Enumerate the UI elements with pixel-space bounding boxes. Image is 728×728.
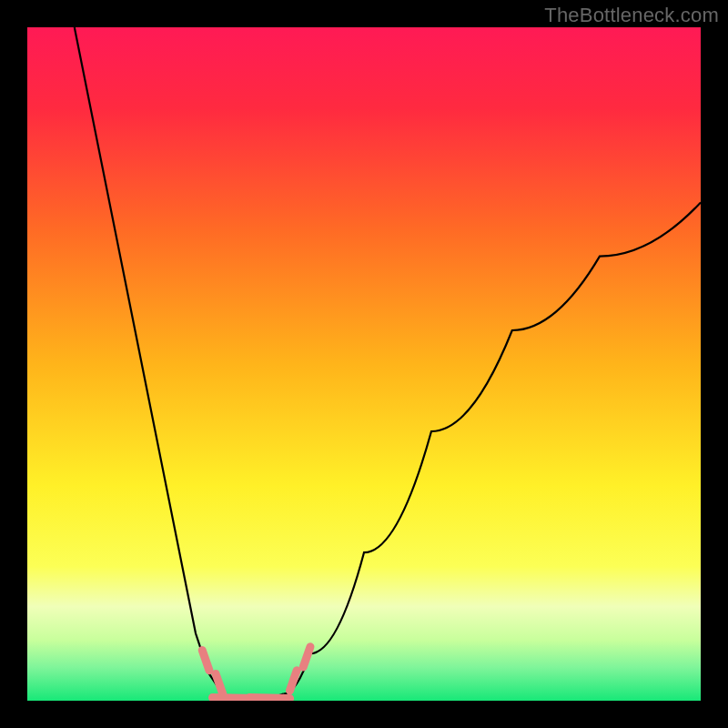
watermark-text: TheBottleneck.com: [544, 4, 719, 27]
tick-mark: [202, 651, 209, 671]
bottleneck-curve-right: [283, 202, 701, 693]
curve-layer: [27, 27, 701, 701]
bottleneck-curve-left: [75, 27, 223, 694]
tick-mark: [303, 647, 310, 667]
chart-frame: [27, 27, 701, 701]
tick-marks: [202, 647, 310, 699]
tick-mark: [216, 673, 223, 693]
tick-mark: [289, 671, 297, 691]
tick-mark: [249, 698, 289, 699]
